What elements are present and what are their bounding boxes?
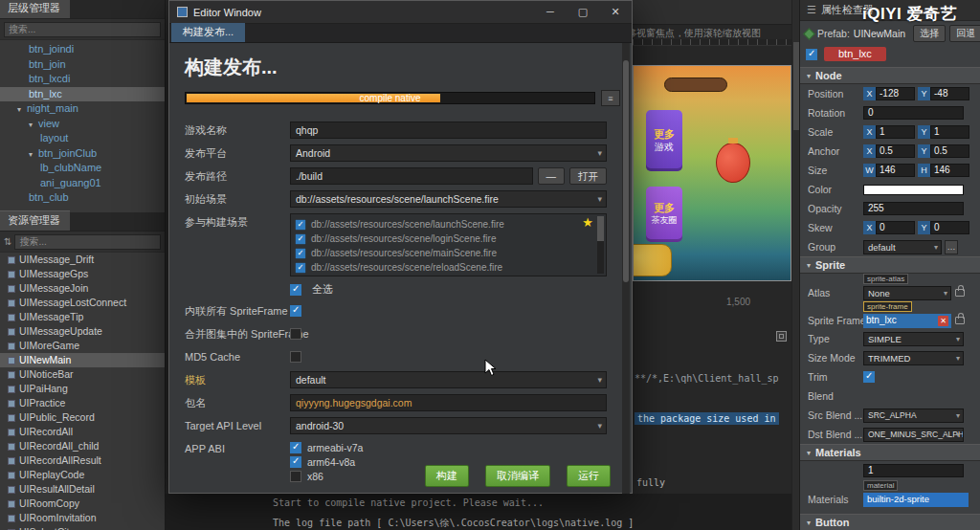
prefab-select-button[interactable]: 选择: [913, 25, 946, 42]
dialog-titlebar[interactable]: Editor Window ─ ▢ ✕: [169, 1, 632, 24]
tab-build-publish[interactable]: 构建发布...: [171, 23, 245, 42]
node-section-header[interactable]: ▾ Node: [800, 67, 980, 84]
run-button[interactable]: 运行: [567, 465, 611, 487]
material-field[interactable]: builtin-2d-sprite: [863, 493, 969, 507]
abi-checkbox[interactable]: [290, 471, 301, 482]
scale-y-input[interactable]: 1: [930, 125, 969, 139]
anchor-y-input[interactable]: 0.5: [930, 144, 969, 158]
scene-checkbox[interactable]: [296, 262, 305, 272]
asset-item-UIRecordAll[interactable]: UIRecordAll: [0, 425, 165, 439]
asset-item-UISelectCity[interactable]: UISelectCity: [0, 525, 165, 530]
asset-item-UIRoomInvitation[interactable]: UIRoomInvitation: [0, 511, 165, 525]
hierarchy-item-btn_joindi[interactable]: btn_joindi: [0, 42, 165, 57]
hierarchy-item-ani_guang01[interactable]: ani_guang01: [0, 176, 165, 191]
asset-item-UIMoreGame[interactable]: UIMoreGame: [0, 339, 165, 353]
api-level-dropdown[interactable]: android-30: [290, 417, 607, 434]
trim-checkbox[interactable]: [863, 371, 875, 383]
prefab-revert-button[interactable]: 回退: [949, 25, 980, 42]
hierarchy-item-btn_lxcdi[interactable]: btn_lxcdi: [0, 72, 165, 87]
collapse-arrow-icon[interactable]: ▾: [807, 519, 811, 527]
favorite-star-icon[interactable]: ★: [582, 215, 593, 230]
game-name-input[interactable]: qhqp: [290, 121, 607, 139]
package-name-input[interactable]: qiyyyng.hugegsgdgai.com: [290, 394, 607, 411]
src-blend-dropdown[interactable]: SRC_ALPHA: [863, 409, 964, 423]
assets-search-input[interactable]: [14, 234, 161, 250]
platform-dropdown[interactable]: Android: [290, 144, 607, 162]
collapse-arrow-icon[interactable]: ▾: [807, 72, 811, 80]
scenes-scrollbar[interactable]: [597, 216, 604, 274]
expand-arrow-icon[interactable]: ▾: [29, 118, 38, 132]
collapse-arrow-icon[interactable]: ▾: [807, 449, 811, 457]
template-dropdown[interactable]: default: [290, 371, 607, 388]
hierarchy-item-btn_joinClub[interactable]: ▾btn_joinClub: [0, 146, 165, 162]
collapse-arrow-icon[interactable]: ▾: [807, 261, 811, 270]
browse-path-button[interactable]: —: [538, 167, 566, 185]
cancel-compile-button[interactable]: 取消编译: [485, 465, 550, 487]
position-y-input[interactable]: -48: [930, 87, 969, 100]
asset-item-UIPaiHang[interactable]: UIPaiHang: [0, 382, 165, 396]
hierarchy-item-lb_clubName[interactable]: lb_clubName: [0, 161, 165, 176]
maximize-view-icon[interactable]: [776, 331, 787, 342]
asset-item-UIMessageLostConnect[interactable]: UIMessageLostConnect: [0, 296, 165, 310]
open-log-button[interactable]: ≡: [601, 90, 620, 106]
asset-item-UIMessageTip[interactable]: UIMessageTip: [0, 310, 165, 324]
scrollbar-thumb[interactable]: [597, 216, 604, 241]
sprite-section-header[interactable]: ▾ Sprite: [800, 256, 980, 274]
lock-icon[interactable]: [955, 317, 965, 324]
position-x-input[interactable]: -128: [876, 87, 915, 100]
asset-item-UIRecordAll_child[interactable]: UIRecordAll_child: [0, 439, 165, 453]
asset-item-UIMessageJoin[interactable]: UIMessageJoin: [0, 281, 165, 296]
atlas-field[interactable]: None: [863, 286, 951, 300]
sort-icon[interactable]: ⇅: [4, 236, 11, 247]
build-path-input[interactable]: ./build: [290, 167, 533, 185]
asset-item-UINoticeBar[interactable]: UINoticeBar: [0, 367, 165, 382]
hierarchy-item-btn_club[interactable]: btn_club: [0, 190, 165, 206]
scene-vertical-scrollbar[interactable]: [791, 0, 799, 530]
skew-y-input[interactable]: 0: [930, 221, 969, 234]
asset-item-UIRecordAllResult[interactable]: UIRecordAllResult: [0, 453, 165, 468]
hierarchy-item-btn_join[interactable]: btn_join: [0, 57, 165, 73]
asset-item-UIMessageGps[interactable]: UIMessageGps: [0, 267, 165, 281]
abi-checkbox[interactable]: [290, 456, 301, 468]
dst-blend-dropdown[interactable]: ONE_MINUS_SRC_ALPHA: [863, 428, 964, 442]
asset-item-UIRoomCopy[interactable]: UIRoomCopy: [0, 497, 165, 511]
start-scene-dropdown[interactable]: db://assets/resources/scene/launchScene.…: [290, 190, 607, 208]
clear-sprite-frame-icon[interactable]: ✕: [938, 316, 948, 326]
asset-item-UIReplayCode[interactable]: UIReplayCode: [0, 468, 165, 482]
minimize-button[interactable]: ─: [534, 1, 567, 23]
md5-cache-checkbox[interactable]: [290, 351, 301, 363]
asset-item-UIMessage_Drift[interactable]: UIMessage_Drift: [0, 253, 165, 267]
open-path-button[interactable]: 打开: [569, 167, 607, 185]
merge-spriteframe-checkbox[interactable]: [290, 328, 301, 340]
scale-x-input[interactable]: 1: [876, 125, 915, 139]
hierarchy-item-layout[interactable]: layout: [0, 131, 165, 146]
node-active-checkbox[interactable]: [806, 49, 817, 60]
hierarchy-search-input[interactable]: [4, 22, 161, 37]
size-w-input[interactable]: 146: [876, 164, 915, 177]
hierarchy-item-view[interactable]: ▾view: [0, 117, 165, 132]
edit-groups-button[interactable]: …: [945, 240, 958, 254]
color-swatch[interactable]: [863, 185, 964, 195]
build-button[interactable]: 构建: [425, 465, 469, 487]
opacity-input[interactable]: 255: [863, 202, 964, 215]
asset-item-UIMessageUpdate[interactable]: UIMessageUpdate: [0, 324, 165, 339]
lock-icon[interactable]: [955, 289, 965, 297]
abi-checkbox[interactable]: [290, 442, 301, 453]
skew-x-input[interactable]: 0: [876, 221, 915, 234]
expand-arrow-icon[interactable]: ▾: [29, 147, 38, 162]
tab-assets[interactable]: 资源管理器: [0, 210, 70, 231]
asset-item-UIPractice[interactable]: UIPractice: [0, 396, 165, 410]
close-button[interactable]: ✕: [599, 1, 632, 23]
group-dropdown[interactable]: default: [863, 240, 942, 254]
rotation-input[interactable]: 0: [863, 106, 964, 120]
sprite-frame-field[interactable]: btn_lxc ✕: [863, 314, 951, 328]
node-name-badge[interactable]: btn_lxc: [824, 47, 886, 61]
expand-arrow-icon[interactable]: ▾: [17, 102, 27, 117]
materials-count-input[interactable]: 1: [863, 464, 964, 477]
type-dropdown[interactable]: SIMPLE: [863, 332, 964, 346]
asset-item-UIResultAllDetail[interactable]: UIResultAllDetail: [0, 482, 165, 497]
asset-item-UIPublic_Record[interactable]: UIPublic_Record: [0, 410, 165, 425]
inline-spriteframe-checkbox[interactable]: [290, 305, 301, 317]
scrollbar-thumb[interactable]: [623, 60, 629, 282]
size-mode-dropdown[interactable]: TRIMMED: [863, 351, 964, 365]
